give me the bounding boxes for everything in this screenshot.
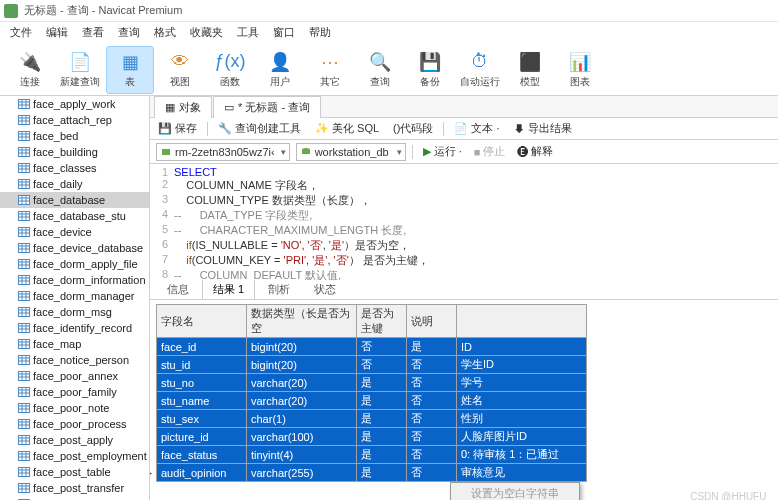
menu-item[interactable]: 查看: [76, 23, 110, 42]
stop-button[interactable]: ■ 停止: [470, 142, 510, 161]
table-row[interactable]: face_poor_process: [0, 416, 149, 432]
table-row[interactable]: face_apply_work: [0, 96, 149, 112]
table-row[interactable]: face_poor_note: [0, 400, 149, 416]
result-grid[interactable]: 字段名数据类型（长是否为空是否为主键说明face_idbigint(20)否是I…: [156, 304, 587, 482]
grid-cell[interactable]: 0: 待审核 1：已通过: [457, 446, 587, 464]
grid-row[interactable]: stu_novarchar(20)是否学号: [157, 374, 587, 392]
menu-item[interactable]: 格式: [148, 23, 182, 42]
grid-cell[interactable]: char(1): [247, 410, 357, 428]
explain-button[interactable]: 🅔 解释: [513, 142, 557, 161]
table-row[interactable]: face_post_table: [0, 464, 149, 480]
menu-item[interactable]: 查询: [112, 23, 146, 42]
toolbar-函数[interactable]: ƒ(x)函数: [206, 46, 254, 94]
database-select[interactable]: workstation_db: [296, 143, 406, 161]
sidebar-tables[interactable]: face_apply_workface_attach_repface_bedfa…: [0, 96, 150, 500]
sub-tab-info[interactable]: 信息: [156, 279, 200, 299]
table-row[interactable]: face_attach_rep: [0, 112, 149, 128]
grid-cell[interactable]: 姓名: [457, 392, 587, 410]
export-button[interactable]: 🡇 导出结果: [510, 119, 576, 138]
grid-cell[interactable]: 否: [407, 464, 457, 482]
menu-item[interactable]: 帮助: [303, 23, 337, 42]
table-row[interactable]: face_dorm_manager: [0, 288, 149, 304]
grid-cell[interactable]: 学生ID: [457, 356, 587, 374]
table-row[interactable]: face_notice_person: [0, 352, 149, 368]
table-row[interactable]: face_dorm_information: [0, 272, 149, 288]
grid-cell[interactable]: varchar(20): [247, 374, 357, 392]
grid-cell[interactable]: stu_sex: [157, 410, 247, 428]
grid-cell[interactable]: 是: [357, 410, 407, 428]
grid-header[interactable]: [457, 305, 587, 338]
grid-cell[interactable]: 是: [357, 392, 407, 410]
grid-cell[interactable]: 学号: [457, 374, 587, 392]
grid-cell[interactable]: 性别: [457, 410, 587, 428]
table-row[interactable]: face_database_stu: [0, 208, 149, 224]
table-row[interactable]: face_map: [0, 336, 149, 352]
menu-item[interactable]: 工具: [231, 23, 265, 42]
table-row[interactable]: face_device_database: [0, 240, 149, 256]
toolbar-其它[interactable]: ⋯其它: [306, 46, 354, 94]
grid-cell[interactable]: 否: [407, 356, 457, 374]
sub-tab-profile[interactable]: 剖析: [257, 279, 301, 299]
grid-cell[interactable]: 是: [357, 428, 407, 446]
grid-header[interactable]: 说明: [407, 305, 457, 338]
grid-cell[interactable]: bigint(20): [247, 356, 357, 374]
toolbar-备份[interactable]: 💾备份: [406, 46, 454, 94]
grid-cell[interactable]: stu_id: [157, 356, 247, 374]
sub-tab-result[interactable]: 结果 1: [202, 279, 255, 299]
table-row[interactable]: face_device: [0, 224, 149, 240]
table-row[interactable]: face_building: [0, 144, 149, 160]
table-row[interactable]: face_database: [0, 192, 149, 208]
grid-row[interactable]: stu_idbigint(20)否否学生ID: [157, 356, 587, 374]
grid-cell[interactable]: 人脸库图片ID: [457, 428, 587, 446]
query-builder-button[interactable]: 🔧 查询创建工具: [214, 119, 305, 138]
sql-editor[interactable]: 1SELECT2 COLUMN_NAME 字段名，3 COLUMN_TYPE 数…: [150, 164, 778, 280]
toolbar-查询[interactable]: 🔍查询: [356, 46, 404, 94]
grid-cell[interactable]: 否: [407, 428, 457, 446]
grid-row[interactable]: audit_opinion▸varchar(255)是否审核意见: [157, 464, 587, 482]
table-row[interactable]: face_dorm_msg: [0, 304, 149, 320]
grid-cell[interactable]: 是: [407, 338, 457, 356]
grid-cell[interactable]: 否: [357, 356, 407, 374]
grid-cell[interactable]: audit_opinion▸: [157, 464, 247, 482]
grid-cell[interactable]: stu_no: [157, 374, 247, 392]
grid-cell[interactable]: picture_id: [157, 428, 247, 446]
table-row[interactable]: face_post_transfer: [0, 480, 149, 496]
table-row[interactable]: face_poor_annex: [0, 368, 149, 384]
toolbar-自动运行[interactable]: ⏱自动运行: [456, 46, 504, 94]
toolbar-连接[interactable]: 🔌连接: [6, 46, 54, 94]
toolbar-图表[interactable]: 📊图表: [556, 46, 604, 94]
text-button[interactable]: 📄 文本 ·: [450, 119, 503, 138]
save-button[interactable]: 💾 保存: [154, 119, 201, 138]
grid-cell[interactable]: varchar(20): [247, 392, 357, 410]
grid-cell[interactable]: tinyint(4): [247, 446, 357, 464]
toolbar-用户[interactable]: 👤用户: [256, 46, 304, 94]
grid-cell[interactable]: 否: [357, 338, 407, 356]
grid-header[interactable]: 是否为主键: [357, 305, 407, 338]
table-row[interactable]: face_daily: [0, 176, 149, 192]
grid-cell[interactable]: 是: [357, 374, 407, 392]
toolbar-视图[interactable]: 👁视图: [156, 46, 204, 94]
table-row[interactable]: face_identify_record: [0, 320, 149, 336]
sub-tab-status[interactable]: 状态: [303, 279, 347, 299]
toolbar-新建查询[interactable]: 📄新建查询: [56, 46, 104, 94]
grid-cell[interactable]: 否: [407, 410, 457, 428]
menu-item[interactable]: 文件: [4, 23, 38, 42]
grid-row[interactable]: picture_idvarchar(100)是否人脸库图片ID: [157, 428, 587, 446]
grid-cell[interactable]: face_id: [157, 338, 247, 356]
tab-query[interactable]: ▭ * 无标题 - 查询: [213, 96, 321, 118]
beautify-button[interactable]: ✨ 美化 SQL: [311, 119, 383, 138]
grid-row[interactable]: face_idbigint(20)否是ID: [157, 338, 587, 356]
table-row[interactable]: face_poor_family: [0, 384, 149, 400]
table-row[interactable]: face_record_workstudy: [0, 496, 149, 500]
grid-row[interactable]: face_statustinyint(4)是否0: 待审核 1：已通过: [157, 446, 587, 464]
grid-cell[interactable]: 是: [357, 446, 407, 464]
server-select[interactable]: rm-2zetn83n05wz7i‹: [156, 143, 290, 161]
toolbar-表[interactable]: ▦表: [106, 46, 154, 94]
grid-header[interactable]: 数据类型（长是否为空: [247, 305, 357, 338]
table-row[interactable]: face_classes: [0, 160, 149, 176]
grid-cell[interactable]: bigint(20): [247, 338, 357, 356]
grid-cell[interactable]: stu_name: [157, 392, 247, 410]
grid-cell[interactable]: 是: [357, 464, 407, 482]
grid-header[interactable]: 字段名: [157, 305, 247, 338]
tab-object[interactable]: ▦ 对象: [154, 96, 212, 118]
